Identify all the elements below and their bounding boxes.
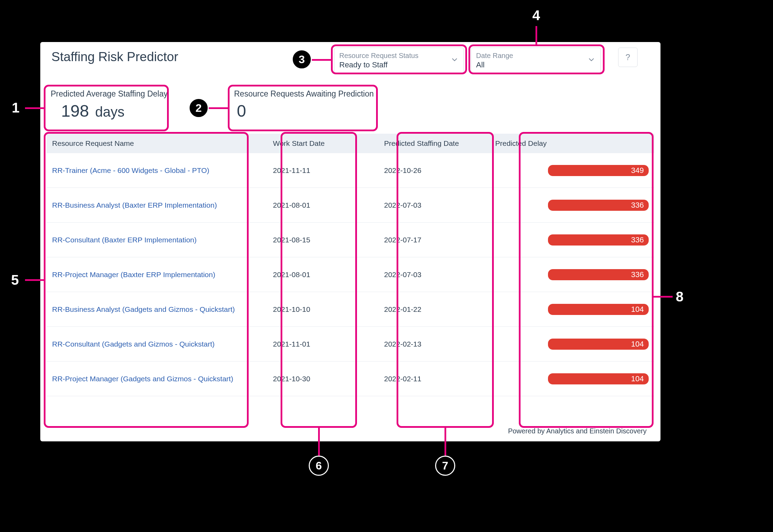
app-panel: Staffing Risk Predictor Resource Request… bbox=[40, 42, 660, 441]
cell-predicted-staffing-date: 2022-07-03 bbox=[379, 271, 490, 279]
cell-request-name: RR-Trainer (Acme - 600 Widgets - Global … bbox=[47, 166, 267, 175]
table-row: RR-Project Manager (Gadgets and Gizmos -… bbox=[47, 361, 654, 396]
delay-pill: 349 bbox=[548, 165, 649, 176]
callout-connector bbox=[209, 107, 228, 109]
cell-predicted-staffing-date: 2022-07-17 bbox=[379, 236, 490, 244]
cell-work-start-date: 2021-08-01 bbox=[267, 201, 379, 209]
callout-badge: 7 bbox=[435, 456, 455, 476]
metric-avg-delay-unit: days bbox=[95, 104, 125, 120]
callout-connector bbox=[535, 26, 537, 45]
metric-awaiting-label: Resource Requests Awaiting Prediction bbox=[231, 86, 381, 99]
table-row: RR-Project Manager (Baxter ERP Implement… bbox=[47, 257, 654, 292]
callout-connector bbox=[318, 428, 320, 456]
metric-avg-delay-value: 198 bbox=[61, 101, 89, 120]
cell-work-start-date: 2021-11-11 bbox=[267, 166, 379, 175]
callout-label: 1 bbox=[12, 100, 19, 116]
filter-date-range[interactable]: Date Range All bbox=[471, 48, 601, 73]
callout-connector bbox=[654, 296, 673, 298]
callout-label: 8 bbox=[676, 289, 683, 305]
filter-status-label: Resource Request Status bbox=[339, 52, 448, 60]
col-header-start[interactable]: Work Start Date bbox=[267, 139, 379, 148]
callout-label: 5 bbox=[11, 272, 19, 288]
callout-badge: 6 bbox=[309, 456, 329, 476]
filter-status-value: Ready to Staff bbox=[339, 60, 448, 69]
delay-pill: 104 bbox=[548, 373, 649, 384]
callout-connector bbox=[25, 279, 44, 281]
requests-table: Resource Request Name Work Start Date Pr… bbox=[47, 134, 654, 396]
cell-work-start-date: 2021-10-10 bbox=[267, 305, 379, 314]
callout-connector bbox=[444, 428, 446, 456]
delay-pill: 104 bbox=[548, 339, 649, 350]
cell-work-start-date: 2021-08-01 bbox=[267, 271, 379, 279]
chevron-down-icon bbox=[588, 56, 595, 65]
table-row: RR-Consultant (Gadgets and Gizmos - Quic… bbox=[47, 327, 654, 361]
cell-request-name: RR-Business Analyst (Gadgets and Gizmos … bbox=[47, 305, 267, 314]
cell-request-name: RR-Project Manager (Gadgets and Gizmos -… bbox=[47, 375, 267, 383]
col-header-delay[interactable]: Predicted Delay bbox=[490, 139, 654, 148]
cell-request-name: RR-Project Manager (Baxter ERP Implement… bbox=[47, 271, 267, 279]
cell-predicted-delay: 349 bbox=[490, 165, 654, 176]
cell-request-name: RR-Consultant (Baxter ERP Implementation… bbox=[47, 236, 267, 244]
cell-work-start-date: 2021-10-30 bbox=[267, 375, 379, 383]
cell-work-start-date: 2021-08-15 bbox=[267, 236, 379, 244]
callout-badge: 2 bbox=[189, 98, 209, 118]
cell-predicted-delay: 336 bbox=[490, 269, 654, 280]
table-row: RR-Trainer (Acme - 600 Widgets - Global … bbox=[47, 153, 654, 188]
callout-connector bbox=[312, 59, 331, 61]
cell-predicted-staffing-date: 2022-10-26 bbox=[379, 166, 490, 175]
help-icon: ? bbox=[625, 52, 630, 62]
metric-avg-delay: Predicted Average Staffing Delay 198 day… bbox=[47, 86, 197, 125]
col-header-pred[interactable]: Predicted Staffing Date bbox=[379, 139, 490, 148]
cell-request-name: RR-Business Analyst (Baxter ERP Implemen… bbox=[47, 201, 267, 209]
cell-work-start-date: 2021-11-01 bbox=[267, 340, 379, 348]
cell-predicted-staffing-date: 2022-07-03 bbox=[379, 201, 490, 209]
cell-request-name: RR-Consultant (Gadgets and Gizmos - Quic… bbox=[47, 340, 267, 348]
delay-pill: 336 bbox=[548, 234, 649, 246]
filter-range-label: Date Range bbox=[476, 52, 585, 60]
footer-powered-by: Powered by Analytics and Einstein Discov… bbox=[508, 427, 647, 435]
request-link[interactable]: RR-Project Manager (Gadgets and Gizmos -… bbox=[52, 375, 233, 383]
request-link[interactable]: RR-Trainer (Acme - 600 Widgets - Global … bbox=[52, 166, 209, 174]
request-link[interactable]: RR-Consultant (Gadgets and Gizmos - Quic… bbox=[52, 340, 215, 348]
callout-label: 4 bbox=[532, 8, 540, 23]
table-row: RR-Business Analyst (Gadgets and Gizmos … bbox=[47, 292, 654, 327]
metric-awaiting-value: 0 bbox=[237, 102, 246, 120]
page-title: Staffing Risk Predictor bbox=[51, 50, 178, 64]
delay-pill: 104 bbox=[548, 304, 649, 315]
table-header-row: Resource Request Name Work Start Date Pr… bbox=[47, 134, 654, 153]
request-link[interactable]: RR-Consultant (Baxter ERP Implementation… bbox=[52, 236, 197, 244]
request-link[interactable]: RR-Project Manager (Baxter ERP Implement… bbox=[52, 271, 215, 279]
cell-predicted-staffing-date: 2022-02-11 bbox=[379, 375, 490, 383]
table-row: RR-Business Analyst (Baxter ERP Implemen… bbox=[47, 188, 654, 223]
filter-resource-request-status[interactable]: Resource Request Status Ready to Staff bbox=[334, 48, 464, 73]
delay-pill: 336 bbox=[548, 269, 649, 280]
chevron-down-icon bbox=[451, 56, 458, 65]
cell-predicted-delay: 104 bbox=[490, 339, 654, 350]
cell-predicted-delay: 104 bbox=[490, 304, 654, 315]
filter-range-value: All bbox=[476, 60, 585, 69]
request-link[interactable]: RR-Business Analyst (Baxter ERP Implemen… bbox=[52, 201, 217, 209]
callout-badge: 3 bbox=[292, 49, 312, 69]
cell-predicted-delay: 336 bbox=[490, 234, 654, 246]
cell-predicted-staffing-date: 2022-01-22 bbox=[379, 305, 490, 314]
delay-pill: 336 bbox=[548, 200, 649, 211]
help-button[interactable]: ? bbox=[618, 48, 638, 67]
cell-predicted-delay: 104 bbox=[490, 373, 654, 384]
metric-avg-delay-label: Predicted Average Staffing Delay bbox=[47, 86, 197, 99]
cell-predicted-staffing-date: 2022-02-13 bbox=[379, 340, 490, 348]
request-link[interactable]: RR-Business Analyst (Gadgets and Gizmos … bbox=[52, 305, 235, 313]
metric-awaiting: Resource Requests Awaiting Prediction 0 bbox=[231, 86, 381, 125]
callout-connector bbox=[25, 107, 44, 109]
col-header-name[interactable]: Resource Request Name bbox=[47, 139, 267, 148]
cell-predicted-delay: 336 bbox=[490, 200, 654, 211]
table-row: RR-Consultant (Baxter ERP Implementation… bbox=[47, 223, 654, 257]
